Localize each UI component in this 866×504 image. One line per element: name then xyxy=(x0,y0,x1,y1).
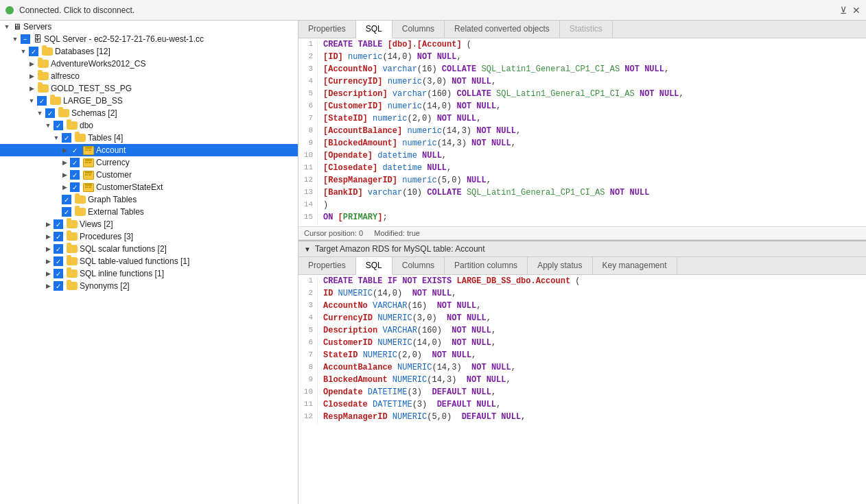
checkbox-databases[interactable] xyxy=(29,47,38,56)
tree-arrow-sql-scalar[interactable] xyxy=(44,245,52,252)
tree-arrow-currency[interactable] xyxy=(60,159,69,166)
svg-rect-9 xyxy=(85,184,92,186)
folder-icon-gold xyxy=(38,84,49,93)
checkbox-sql-server[interactable] xyxy=(21,34,30,44)
bottom-tab-key-management[interactable]: Key management xyxy=(593,257,677,274)
tree-arrow-procedures[interactable] xyxy=(44,233,52,240)
tree-item-sql-server[interactable]: 🗄SQL Server - ec2-52-17-21-76.eu-west-1.… xyxy=(0,33,298,45)
checkbox-views[interactable] xyxy=(54,219,63,229)
checkbox-graph-tables[interactable] xyxy=(62,195,71,204)
checkbox-dbo[interactable] xyxy=(54,121,63,130)
tree-label-schemas: Schemas [2] xyxy=(71,108,117,118)
tree-item-sql-table-valued[interactable]: SQL table-valued functions [1] xyxy=(0,255,298,267)
checkbox-tables[interactable] xyxy=(62,133,71,143)
tree-arrow-databases[interactable] xyxy=(19,48,27,55)
tree-item-large-db[interactable]: LARGE_DB_SS xyxy=(0,95,298,107)
tree-item-customer[interactable]: Customer xyxy=(0,169,298,181)
tree-arrow-schemas[interactable] xyxy=(36,110,44,117)
filter-icon[interactable]: ⊻ xyxy=(840,5,847,16)
tree-arrow-dbo[interactable] xyxy=(44,122,52,129)
checkbox-external-tables[interactable] xyxy=(62,207,71,217)
svg-rect-1 xyxy=(85,149,88,151)
tree-arrow-customer[interactable] xyxy=(60,171,69,178)
tree-item-customerstateext[interactable]: CustomerStateExt xyxy=(0,181,298,193)
folder-icon-currency xyxy=(83,158,94,167)
tree-arrow-account[interactable] xyxy=(60,147,69,154)
tree-arrow-adventureworks[interactable] xyxy=(27,60,36,67)
top-tab-related-converted-objects[interactable]: Related converted objects xyxy=(445,21,560,38)
folder-icon-customerstateext xyxy=(83,183,94,192)
tree-item-schemas[interactable]: Schemas [2] xyxy=(0,107,298,119)
checkbox-sql-scalar[interactable] xyxy=(54,244,63,254)
close-icon[interactable]: ✕ xyxy=(852,5,861,16)
tree-arrow-servers[interactable] xyxy=(3,23,11,30)
svg-rect-4 xyxy=(85,162,88,163)
folder-icon-sql-scalar xyxy=(67,245,78,253)
top-code-line-14: 14) xyxy=(299,200,866,213)
tree-item-synonyms[interactable]: Synonyms [2] xyxy=(0,280,298,292)
top-code-line-10: 10[Opendate] datetime NULL, xyxy=(299,151,866,163)
top-tab-properties[interactable]: Properties xyxy=(299,21,356,38)
bottom-tab-columns[interactable]: Columns xyxy=(393,257,445,274)
tree-item-databases[interactable]: Databases [12] xyxy=(0,45,298,58)
bottom-code-area[interactable]: 1CREATE TABLE IF NOT EXISTS LARGE_DB_SS_… xyxy=(299,275,866,504)
checkbox-customerstateext[interactable] xyxy=(70,182,80,192)
tree-arrow-tables[interactable] xyxy=(52,134,60,141)
tree-arrow-customerstateext[interactable] xyxy=(60,184,69,191)
folder-icon-dbo xyxy=(67,121,78,130)
checkbox-procedures[interactable] xyxy=(54,232,63,241)
bottom-tab-apply-status[interactable]: Apply status xyxy=(528,257,592,274)
tree-arrow-sql-inline[interactable] xyxy=(44,270,52,277)
tree-label-views: Views [2] xyxy=(80,219,113,229)
tree-arrow-alfresco[interactable] xyxy=(27,73,36,80)
tree-arrow-views[interactable] xyxy=(44,221,52,228)
bottom-code-line-3: 3AccountNo VARCHAR(16) NOT NULL, xyxy=(299,301,866,313)
top-tab-statistics[interactable]: Statistics xyxy=(560,21,613,38)
checkbox-synonyms[interactable] xyxy=(54,281,63,291)
tree-item-adventureworks[interactable]: AdventureWorks2012_CS xyxy=(0,58,298,70)
bottom-code-line-10: 10Opendate DATETIME(3) DEFAULT NULL, xyxy=(299,387,866,400)
cursor-position-label: Cursor position: 0 xyxy=(304,229,363,237)
bottom-tab-partition-columns[interactable]: Partition columns xyxy=(445,257,528,274)
tree-item-servers[interactable]: 🖥Servers xyxy=(0,21,298,33)
tree-item-graph-tables[interactable]: Graph Tables xyxy=(0,193,298,206)
tree-item-dbo[interactable]: dbo xyxy=(0,119,298,132)
tree-item-gold[interactable]: GOLD_TEST_SS_PG xyxy=(0,82,298,95)
top-code-line-8: 8[AccountBalance] numeric(14,3) NOT NULL… xyxy=(299,126,866,139)
bottom-tab-properties[interactable]: Properties xyxy=(299,257,356,274)
top-tab-sql[interactable]: SQL xyxy=(356,21,393,38)
checkbox-sql-table-valued[interactable] xyxy=(54,256,63,266)
tree-item-sql-inline[interactable]: SQL inline functions [1] xyxy=(0,267,298,280)
tree-label-dbo: dbo xyxy=(80,121,93,130)
tree-item-account[interactable]: Account xyxy=(0,144,298,156)
tree-item-sql-scalar[interactable]: SQL scalar functions [2] xyxy=(0,243,298,255)
tree-item-procedures[interactable]: Procedures [3] xyxy=(0,230,298,243)
checkbox-customer[interactable] xyxy=(70,170,80,180)
checkbox-large-db[interactable] xyxy=(37,96,47,106)
tree-label-sql-scalar: SQL scalar functions [2] xyxy=(80,244,167,254)
tree-item-tables[interactable]: Tables [4] xyxy=(0,132,298,144)
checkbox-currency[interactable] xyxy=(70,158,80,167)
bottom-tab-sql[interactable]: SQL xyxy=(356,257,393,275)
tree-arrow-synonyms[interactable] xyxy=(44,283,52,289)
top-code-area[interactable]: 1CREATE TABLE [dbo].[Account] (2[ID] num… xyxy=(299,38,866,226)
checkbox-account[interactable] xyxy=(70,145,80,155)
top-code-line-9: 9[BlockedAmount] numeric(14,3) NOT NULL, xyxy=(299,139,866,151)
tree-arrow-sql-server[interactable] xyxy=(11,36,19,43)
tree-item-views[interactable]: Views [2] xyxy=(0,218,298,230)
top-tab-columns[interactable]: Columns xyxy=(393,21,445,38)
top-code-line-7: 7[StateID] numeric(2,0) NOT NULL, xyxy=(299,114,866,126)
tree-item-alfresco[interactable]: alfresco xyxy=(0,70,298,82)
folder-icon-sql-inline xyxy=(67,269,78,278)
checkbox-sql-inline[interactable] xyxy=(54,269,63,278)
tree-item-currency[interactable]: Currency xyxy=(0,156,298,169)
tree-arrow-gold[interactable] xyxy=(27,85,36,92)
checkbox-schemas[interactable] xyxy=(45,108,55,118)
tree-arrow-large-db[interactable] xyxy=(27,97,36,104)
connection-status-text[interactable]: Connected. Click to disconnect. xyxy=(19,5,134,15)
bottom-code-line-2: 2ID NUMERIC(14,0) NOT NULL, xyxy=(299,289,866,301)
tree-item-external-tables[interactable]: External Tables xyxy=(0,206,298,218)
tree-arrow-sql-table-valued[interactable] xyxy=(44,258,52,265)
collapse-header[interactable]: ▼ Target Amazon RDS for MySQL table: Acc… xyxy=(299,241,866,257)
svg-rect-3 xyxy=(85,159,92,161)
